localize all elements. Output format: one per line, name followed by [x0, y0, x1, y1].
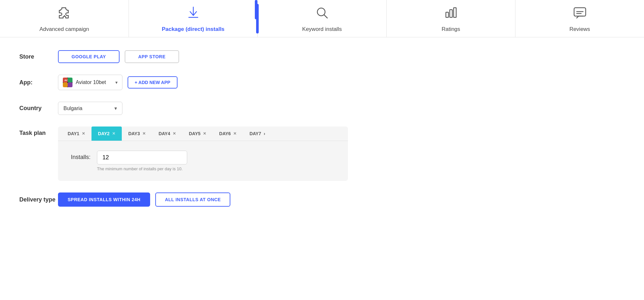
installs-hint: The minimum number of installs per day i…: [97, 166, 187, 171]
svg-rect-2: [450, 10, 452, 17]
nav-item-package-installs[interactable]: Package (direct) installs: [129, 0, 258, 37]
day1-close-icon[interactable]: ✕: [82, 131, 85, 136]
nav-item-advanced-campaign[interactable]: Advanced campaign: [0, 0, 129, 37]
day-tab-6[interactable]: DAY6 ✕: [213, 127, 243, 141]
day-tab-2[interactable]: DAY2 ✕: [91, 127, 122, 141]
app-name: Aviator 10bet: [76, 80, 106, 85]
installs-input-wrap: The minimum number of installs per day i…: [97, 151, 187, 171]
nav-label-ratings: Ratings: [442, 26, 460, 33]
puzzle-icon: [57, 6, 72, 23]
day7-label: DAY7: [249, 131, 261, 136]
day5-label: DAY5: [189, 131, 200, 136]
installs-input[interactable]: [97, 151, 187, 164]
top-nav: Advanced campaign Package (direct) insta…: [0, 0, 644, 37]
country-label: Country: [19, 105, 58, 112]
app-label: App:: [19, 79, 58, 86]
app-store-button[interactable]: APP STORE: [125, 50, 179, 63]
delivery-buttons: SPREAD INSTALLS WITHIN 24H ALL INSTALLS …: [58, 192, 230, 207]
all-installs-button[interactable]: ALL INSTALLS AT ONCE: [155, 192, 231, 207]
search-icon: [315, 6, 329, 23]
app-dropdown-chevron: ▾: [115, 80, 118, 85]
country-controls: Bulgaria ▾: [58, 102, 122, 115]
bar-chart-icon: [444, 6, 458, 23]
message-icon: [573, 6, 587, 23]
day-tabs: DAY1 ✕ DAY2 ✕ DAY3 ✕ DAY4 ✕ DAY5 ✕: [58, 127, 348, 141]
day7-arrow-icon: ›: [264, 131, 265, 136]
task-plan-row: Task plan DAY1 ✕ DAY2 ✕ DAY3 ✕ DAY4 ✕: [19, 127, 367, 181]
day-tab-5[interactable]: DAY5 ✕: [182, 127, 213, 141]
day6-label: DAY6: [219, 131, 231, 136]
nav-label-reviews: Reviews: [569, 26, 590, 33]
day-tab-7[interactable]: DAY7 ›: [243, 127, 272, 141]
nav-item-ratings[interactable]: Ratings: [387, 0, 515, 37]
spread-installs-button[interactable]: SPREAD INSTALLS WITHIN 24H: [58, 192, 150, 207]
country-dropdown-chevron: ▾: [114, 105, 117, 111]
day2-label: DAY2: [98, 131, 110, 136]
day5-close-icon[interactable]: ✕: [203, 131, 206, 136]
store-label: Store: [19, 53, 58, 60]
svg-rect-3: [454, 8, 456, 17]
country-row: Country Bulgaria ▾: [19, 102, 367, 115]
svg-rect-7: [68, 78, 72, 82]
day-tab-3[interactable]: DAY3 ✕: [122, 127, 152, 141]
delivery-label: Delivery type: [19, 196, 58, 203]
day2-close-icon[interactable]: ✕: [112, 131, 115, 136]
day4-label: DAY4: [159, 131, 170, 136]
installs-label: Installs:: [71, 151, 91, 161]
nav-label-keyword-installs: Keyword installs: [302, 26, 342, 33]
main-content: Store GOOGLE PLAY APP STORE App: AV: [0, 37, 387, 231]
svg-rect-9: [68, 82, 72, 87]
day3-label: DAY3: [128, 131, 140, 136]
svg-text:AV: AV: [64, 79, 68, 81]
download-icon: [186, 6, 200, 23]
app-dropdown[interactable]: AV Aviator 10bet ▾: [58, 75, 122, 90]
app-controls: AV Aviator 10bet ▾ + ADD NEW APP: [58, 75, 178, 90]
day6-close-icon[interactable]: ✕: [233, 131, 236, 136]
day-tab-4[interactable]: DAY4 ✕: [152, 127, 182, 141]
delivery-row: Delivery type SPREAD INSTALLS WITHIN 24H…: [19, 192, 367, 207]
day-tab-1[interactable]: DAY1 ✕: [61, 127, 91, 141]
day4-close-icon[interactable]: ✕: [173, 131, 176, 136]
task-plan-content: DAY1 ✕ DAY2 ✕ DAY3 ✕ DAY4 ✕ DAY5 ✕: [58, 127, 348, 181]
svg-rect-8: [63, 82, 68, 87]
app-row: App: AV Aviator 10bet ▾ + ADD NEW APP: [19, 75, 367, 90]
country-dropdown[interactable]: Bulgaria ▾: [58, 102, 122, 115]
add-new-app-button[interactable]: + ADD NEW APP: [128, 76, 178, 89]
day3-close-icon[interactable]: ✕: [142, 131, 146, 136]
task-plan-label: Task plan: [19, 127, 58, 136]
installs-row: Installs: The minimum number of installs…: [71, 151, 335, 171]
svg-rect-1: [446, 12, 448, 17]
nav-item-keyword-installs[interactable]: Keyword installs: [258, 0, 387, 37]
store-row: Store GOOGLE PLAY APP STORE: [19, 50, 367, 63]
country-value: Bulgaria: [63, 106, 82, 111]
day1-label: DAY1: [68, 131, 79, 136]
app-icon: AV: [63, 78, 72, 87]
nav-item-reviews[interactable]: Reviews: [515, 0, 644, 37]
nav-label-package-installs: Package (direct) installs: [162, 26, 225, 33]
installs-area: Installs: The minimum number of installs…: [58, 141, 348, 181]
nav-label-advanced-campaign: Advanced campaign: [39, 26, 89, 33]
store-controls: GOOGLE PLAY APP STORE: [58, 50, 179, 63]
google-play-button[interactable]: GOOGLE PLAY: [58, 50, 120, 63]
